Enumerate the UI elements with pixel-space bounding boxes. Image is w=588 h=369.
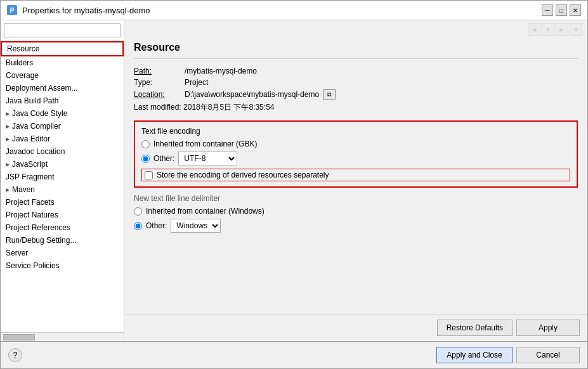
encoding-section-title: Text file encoding: [141, 127, 570, 136]
dialog-body: ResourceBuildersCoverageDeployment Assem…: [1, 20, 587, 341]
inherited-delimiter-row: Inherited from container (Windows): [134, 207, 578, 216]
sidebar-item-resource[interactable]: Resource: [1, 41, 124, 56]
last-modified-value: 2018年8月5日 下午8:35:54: [183, 103, 274, 112]
other-delimiter-radio[interactable]: [134, 222, 142, 230]
sidebar-item-project-facets[interactable]: Project Facets: [1, 196, 124, 209]
window-title: Properties for mybatis-mysql-demo: [22, 6, 150, 15]
footer-left: ?: [8, 347, 433, 363]
back-button[interactable]: ◀: [528, 23, 540, 36]
restore-apply-bar: Restore Defaults Apply: [124, 314, 587, 341]
top-right-nav: ◀ ▼ ▶ ▼: [124, 20, 587, 36]
left-panel: ResourceBuildersCoverageDeployment Assem…: [1, 20, 124, 341]
delimiter-section: New text file line delimiter Inherited f…: [134, 194, 578, 233]
sidebar-item-coverage[interactable]: Coverage: [1, 69, 124, 82]
close-button[interactable]: ✕: [570, 4, 581, 16]
sidebar-item-deployment-assembly[interactable]: Deployment Assem...: [1, 82, 124, 94]
maximize-button[interactable]: □: [556, 4, 567, 16]
sidebar-item-javascript[interactable]: JavaScript: [1, 158, 124, 171]
inherited-delimiter-radio[interactable]: [134, 207, 142, 216]
minimize-button[interactable]: ─: [542, 4, 553, 16]
path-value: /mybatis-mysql-demo: [185, 67, 257, 75]
sidebar-item-service-policies[interactable]: Service Policies: [1, 259, 124, 272]
apply-close-button[interactable]: Apply and Close: [436, 347, 513, 363]
location-label: Location:: [134, 90, 185, 99]
path-row: Path: /mybatis-mysql-demo: [134, 67, 578, 75]
horizontal-scrollbar[interactable]: [1, 332, 124, 341]
inherited-delimiter-label: Inherited from container (Windows): [146, 207, 265, 216]
window-icon: P: [7, 5, 17, 15]
location-value: D:\java\workspace\mybatis-mysql-demo: [185, 90, 319, 99]
inherited-encoding-label: Inherited from container (GBK): [154, 139, 257, 148]
help-button[interactable]: ?: [8, 348, 22, 362]
path-label: Path:: [134, 67, 185, 75]
back-dropdown-button[interactable]: ▼: [542, 23, 554, 36]
store-encoding-row: Store the encoding of derived resources …: [141, 169, 570, 181]
right-panel: ◀ ▼ ▶ ▼ Resource Path: /mybatis-mysql-de…: [124, 20, 587, 341]
sidebar-item-project-references[interactable]: Project References: [1, 221, 124, 234]
sidebar-item-builders[interactable]: Builders: [1, 56, 124, 69]
encoding-section: Text file encoding Inherited from contai…: [134, 120, 578, 188]
sidebar-item-java-build-path[interactable]: Java Build Path: [1, 94, 124, 107]
last-modified-label: Last modified:: [134, 103, 181, 112]
inherited-encoding-radio[interactable]: [141, 140, 150, 148]
search-box: [1, 20, 124, 41]
type-row: Type: Project: [134, 78, 578, 87]
sidebar-item-jsp-fragment[interactable]: JSP Fragment: [1, 171, 124, 183]
store-encoding-label: Store the encoding of derived resources …: [157, 171, 329, 179]
other-delimiter-label: Other:: [146, 221, 167, 230]
apply-button[interactable]: Apply: [516, 320, 580, 336]
delimiter-dropdown[interactable]: WindowsUnixMac: [171, 219, 221, 233]
location-row: Location: D:\java\workspace\mybatis-mysq…: [134, 89, 578, 100]
cancel-button[interactable]: Cancel: [516, 347, 580, 363]
nav-list: ResourceBuildersCoverageDeployment Assem…: [1, 41, 124, 332]
restore-defaults-button[interactable]: Restore Defaults: [437, 320, 513, 336]
sidebar-item-javadoc-location[interactable]: Javadoc Location: [1, 145, 124, 158]
store-encoding-checkbox[interactable]: [145, 171, 153, 179]
dialog-footer: ? Apply and Close Cancel: [1, 341, 587, 368]
sidebar-item-run-debug-settings[interactable]: Run/Debug Setting...: [1, 234, 124, 247]
panel-title: Resource: [134, 42, 578, 59]
location-browse-button[interactable]: ⧉: [323, 89, 336, 100]
h-scroll-thumb[interactable]: [3, 334, 35, 340]
right-content: Resource Path: /mybatis-mysql-demo Type:…: [124, 36, 587, 314]
title-bar-left: P Properties for mybatis-mysql-demo: [7, 5, 150, 15]
sidebar-item-java-compiler[interactable]: Java Compiler: [1, 120, 124, 133]
type-label: Type:: [134, 78, 185, 87]
forward-button[interactable]: ▶: [556, 23, 568, 36]
forward-dropdown-button[interactable]: ▼: [570, 23, 582, 36]
nav-panel-inner: ResourceBuildersCoverageDeployment Assem…: [1, 41, 124, 332]
other-encoding-label: Other:: [154, 154, 174, 163]
sidebar-item-java-code-style[interactable]: Java Code Style: [1, 107, 124, 120]
type-value: Project: [185, 78, 208, 87]
other-encoding-row: Other: UTF-8GBKISO-8859-1US-ASCII: [141, 152, 570, 165]
other-encoding-radio[interactable]: [141, 155, 150, 163]
sidebar-item-project-natures[interactable]: Project Natures: [1, 209, 124, 221]
inherited-encoding-row: Inherited from container (GBK): [141, 139, 570, 148]
sidebar-item-maven[interactable]: Maven: [1, 183, 124, 196]
title-bar: P Properties for mybatis-mysql-demo ─ □ …: [1, 1, 587, 20]
search-input[interactable]: [4, 23, 121, 37]
sidebar-item-java-editor[interactable]: Java Editor: [1, 133, 124, 145]
last-modified-row: Last modified: 2018年8月5日 下午8:35:54: [134, 102, 578, 113]
title-controls: ─ □ ✕: [542, 4, 581, 16]
dialog-window: P Properties for mybatis-mysql-demo ─ □ …: [0, 0, 588, 369]
encoding-dropdown[interactable]: UTF-8GBKISO-8859-1US-ASCII: [178, 152, 237, 165]
sidebar-item-server[interactable]: Server: [1, 247, 124, 259]
other-delimiter-row: Other: WindowsUnixMac: [134, 219, 578, 233]
delimiter-section-title: New text file line delimiter: [134, 194, 578, 203]
